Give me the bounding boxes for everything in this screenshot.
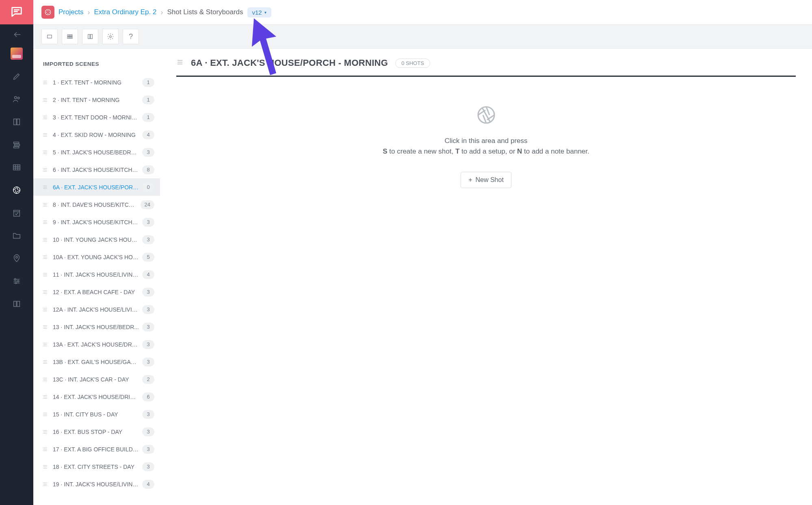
settings-button[interactable] — [102, 29, 119, 44]
scene-count-badge: 0 — [142, 183, 154, 192]
scene-count-badge: 4 — [142, 270, 154, 279]
chevron-down-icon: ▾ — [264, 10, 266, 15]
scene-row[interactable]: 13C · INT. JACK'S CAR - DAY2 — [33, 371, 160, 388]
sliders-icon — [12, 277, 21, 286]
scene-count-badge: 3 — [142, 462, 154, 471]
scene-label: 2 · INT. TENT - MORNING — [53, 97, 142, 103]
svg-rect-5 — [14, 119, 16, 125]
list-lines-icon — [42, 377, 48, 382]
scene-row[interactable]: 1 · EXT. TENT - MORNING1 — [33, 74, 160, 91]
scene-count-badge: 3 — [142, 340, 154, 349]
rail-item-location[interactable] — [0, 247, 33, 270]
scene-row[interactable]: 4 · EXT. SKID ROW - MORNING4 — [33, 126, 160, 143]
list-lines-icon — [42, 80, 48, 85]
chevron-right-icon: › — [87, 8, 90, 17]
scene-row[interactable]: 17 · EXT. A BIG OFFICE BUILDI...3 — [33, 440, 160, 458]
scene-row[interactable]: 13 · INT. JACK'S HOUSE/BEDR...3 — [33, 318, 160, 336]
scene-row[interactable]: 9 · INT. JACK'S HOUSE/KITCHE...3 — [33, 213, 160, 231]
rail-item-folder[interactable] — [0, 224, 33, 247]
rail-project-thumb[interactable] — [0, 42, 33, 65]
scene-row[interactable]: 19 · INT. JACK'S HOUSE/LIVING...4 — [33, 475, 160, 493]
scene-row[interactable]: 16 · EXT. BUS STOP - DAY3 — [33, 423, 160, 440]
rail-item-stack[interactable] — [0, 133, 33, 156]
empty-state[interactable]: Click in this area and press S to create… — [176, 105, 796, 188]
scene-row[interactable]: 13A · EXT. JACK'S HOUSE/DRIV...3 — [33, 336, 160, 353]
version-picker[interactable]: v12 ▾ — [247, 7, 271, 17]
scene-label: 5 · INT. JACK'S HOUSE/BEDRO... — [53, 149, 142, 156]
scene-count-badge: 4 — [142, 130, 154, 139]
scene-row[interactable]: 2 · INT. TENT - MORNING1 — [33, 91, 160, 108]
list-lines-icon — [176, 59, 184, 67]
scene-row[interactable]: 10A · EXT. YOUNG JACK'S HOU...5 — [33, 248, 160, 266]
crumb-project-name[interactable]: Extra Ordinary Ep. 2 — [94, 8, 156, 16]
svg-point-39 — [110, 36, 112, 38]
scene-row[interactable]: 5 · INT. JACK'S HOUSE/BEDRO...3 — [33, 143, 160, 161]
list-lines-icon — [42, 394, 48, 400]
scene-row[interactable]: 8 · INT. DAVE'S HOUSE/KITCHE...24 — [33, 196, 160, 213]
arrow-left-icon — [12, 30, 21, 39]
view-split-button[interactable] — [82, 29, 98, 44]
scene-label: 13 · INT. JACK'S HOUSE/BEDR... — [53, 324, 142, 330]
svg-rect-37 — [88, 35, 90, 39]
view-single-button[interactable] — [41, 29, 58, 44]
scene-count-badge: 3 — [142, 218, 154, 227]
book-icon — [12, 299, 21, 308]
svg-point-4 — [17, 97, 19, 99]
rail-item-settings[interactable] — [0, 270, 33, 293]
scene-row[interactable]: 13B · EXT. GAIL'S HOUSE/GAR...3 — [33, 353, 160, 371]
pencil-icon — [12, 72, 21, 81]
list-lines-icon — [42, 359, 48, 365]
svg-rect-34 — [67, 37, 69, 39]
svg-point-24 — [15, 282, 17, 284]
version-label: v12 — [252, 9, 262, 16]
rail-item-shotlist[interactable] — [0, 179, 33, 202]
scene-row[interactable]: 6A · EXT. JACK'S HOUSE/PORC...0 — [33, 178, 160, 196]
scene-list: IMPORTED SCENES 1 · EXT. TENT - MORNING1… — [33, 49, 160, 505]
empty-mid1: to create a new shot, — [388, 147, 455, 155]
rail-item-calendar[interactable] — [0, 202, 33, 224]
scene-count-badge: 8 — [142, 165, 154, 174]
scene-count-badge: 1 — [142, 95, 154, 104]
scene-row[interactable]: 10 · INT. YOUNG JACK'S HOUS...3 — [33, 231, 160, 248]
scene-row[interactable]: 6 · INT. JACK'S HOUSE/KITCHE...8 — [33, 161, 160, 178]
scene-label: 9 · INT. JACK'S HOUSE/KITCHE... — [53, 219, 142, 225]
scene-row[interactable]: 15 · INT. CITY BUS - DAY3 — [33, 405, 160, 423]
scene-label: 3 · EXT. TENT DOOR - MORNING — [53, 114, 142, 121]
scene-label: 10 · INT. YOUNG JACK'S HOUS... — [53, 236, 142, 243]
project-badge[interactable] — [41, 6, 54, 19]
location-pin-icon — [12, 254, 21, 263]
list-lines-icon — [42, 324, 48, 330]
list-lines-icon — [42, 167, 48, 173]
rail-item-people[interactable] — [0, 88, 33, 111]
scene-row[interactable]: 12A · INT. JACK'S HOUSE/LIVIN...3 — [33, 301, 160, 318]
rail-collapse[interactable] — [0, 27, 33, 42]
scene-row[interactable]: 3 · EXT. TENT DOOR - MORNING1 — [33, 108, 160, 126]
scene-row[interactable]: 12 · EXT. A BEACH CAFE - DAY3 — [33, 283, 160, 301]
view-grid-button[interactable] — [62, 29, 78, 44]
scene-label: 6 · INT. JACK'S HOUSE/KITCHE... — [53, 167, 142, 173]
rail-item-boards[interactable] — [0, 111, 33, 133]
scene-label: 13B · EXT. GAIL'S HOUSE/GAR... — [53, 359, 142, 365]
scene-label: 14 · EXT. JACK'S HOUSE/DRIVE... — [53, 394, 142, 400]
list-lines-icon — [42, 429, 48, 435]
scene-label: 18 · EXT. CITY STREETS - DAY — [53, 464, 142, 470]
scene-row[interactable]: 18 · EXT. CITY STREETS - DAY3 — [33, 458, 160, 475]
svg-rect-31 — [67, 35, 69, 37]
crumb-projects[interactable]: Projects — [58, 8, 83, 16]
main-content: 6A · EXT. JACK'S HOUSE/PORCH - MORNING 0… — [160, 49, 812, 505]
new-shot-button[interactable]: + New Shot — [461, 172, 511, 188]
svg-point-29 — [46, 12, 47, 13]
scene-count-badge: 3 — [142, 305, 154, 314]
new-shot-label: New Shot — [475, 176, 503, 184]
rail-item-edit[interactable] — [0, 65, 33, 88]
scene-row[interactable]: 14 · EXT. JACK'S HOUSE/DRIVE...6 — [33, 388, 160, 405]
scene-count-badge: 3 — [142, 358, 154, 366]
svg-rect-38 — [91, 35, 93, 39]
list-lines-icon — [42, 412, 48, 417]
rail-item-table[interactable] — [0, 156, 33, 179]
scene-row[interactable]: 11 · INT. JACK'S HOUSE/LIVING...4 — [33, 266, 160, 283]
rail-item-docs[interactable] — [0, 293, 33, 315]
help-button[interactable]: ? — [123, 29, 139, 44]
project-thumbnail-icon — [11, 48, 23, 60]
app-logo[interactable] — [0, 0, 33, 24]
